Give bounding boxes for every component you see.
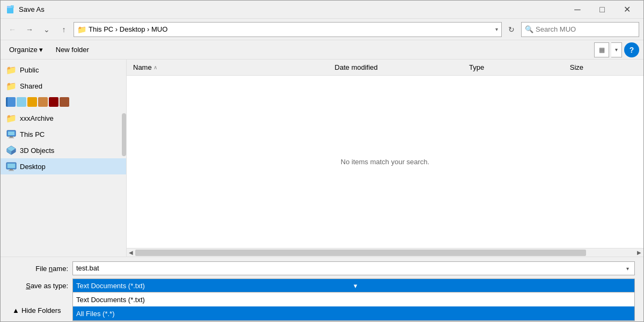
back-button[interactable]: ←: [5, 22, 20, 37]
svg-rect-14: [10, 169, 13, 170]
hide-folders-button[interactable]: ▲ Hide Folders: [9, 304, 64, 317]
title-bar: Save As ─ □ ✕: [1, 1, 643, 19]
svg-rect-6: [10, 136, 13, 137]
desktop-icon: [6, 161, 17, 172]
column-type[interactable]: Type: [469, 63, 570, 71]
refresh-button[interactable]: ↻: [504, 22, 519, 37]
save-type-selected-label: Text Documents (*.txt): [76, 282, 354, 290]
scroll-right-arrow[interactable]: ▶: [635, 248, 643, 257]
this-pc-icon: [6, 129, 17, 140]
column-name[interactable]: Name ∧: [133, 63, 335, 71]
nav-toolbar: ← → ⌄ ↑ 📁 This PC › Desktop › MUO ▾ ↻ 🔍: [1, 19, 643, 40]
search-bar: 🔍: [521, 22, 639, 37]
save-as-type-row: Save as type: Text Documents (*.txt) ▾ T…: [9, 279, 635, 292]
new-folder-button[interactable]: New folder: [52, 44, 93, 55]
color-swatch-lightblue: [17, 97, 26, 107]
file-list: No items match your search.: [127, 76, 643, 248]
bottom-section: File name: test.bat ▾ Save as type: Text…: [1, 257, 643, 300]
hide-folders-label: Hide Folders: [21, 306, 61, 314]
close-button[interactable]: ✕: [614, 1, 639, 19]
scroll-left-arrow[interactable]: ◀: [127, 248, 135, 257]
3d-objects-icon: [6, 145, 17, 156]
horizontal-scrollbar[interactable]: ◀ ▶: [127, 248, 643, 257]
save-as-dialog: Save As ─ □ ✕ ← → ⌄ ↑ 📁 This PC › Deskto…: [0, 0, 644, 322]
empty-message: No items match your search.: [341, 158, 429, 166]
color-swatch-blue: [6, 97, 16, 107]
file-name-row: File name: test.bat ▾: [9, 261, 635, 275]
sidebar-item-label-this-pc: This PC: [20, 130, 45, 138]
public-folder-icon: 📁: [6, 64, 17, 75]
search-input[interactable]: [536, 25, 635, 33]
view-dropdown-button[interactable]: ▾: [611, 42, 622, 57]
breadcrumb-dropdown-arrow[interactable]: ▾: [495, 26, 498, 32]
help-button[interactable]: ?: [624, 42, 639, 57]
maximize-button[interactable]: □: [590, 1, 614, 19]
sidebar-item-label-desktop: Desktop: [20, 163, 46, 171]
sidebar-item-xxxarchive[interactable]: 📁 xxxArchive: [1, 110, 126, 126]
scroll-track[interactable]: [135, 248, 635, 257]
svg-rect-5: [8, 131, 14, 135]
save-type-selected[interactable]: Text Documents (*.txt) ▾: [72, 279, 635, 292]
dialog-icon: [5, 4, 16, 15]
action-toolbar: Organize ▾ New folder ▦ ▾ ?: [1, 40, 643, 60]
file-name-label: File name:: [9, 265, 68, 273]
file-name-input[interactable]: test.bat ▾: [72, 261, 635, 275]
color-swatch-darkred: [49, 97, 58, 107]
dropdown-option-all[interactable]: All Files (*.*): [73, 306, 634, 320]
color-swatch-brown: [38, 97, 48, 107]
sidebar-item-shared[interactable]: 📁 Shared: [1, 78, 126, 94]
svg-rect-1: [7, 6, 11, 8]
filename-dropdown-arrow[interactable]: ▾: [624, 266, 631, 272]
scroll-thumb[interactable]: [135, 250, 586, 256]
sidebar-item-desktop[interactable]: Desktop: [1, 158, 126, 174]
sidebar-item-label-3d-objects: 3D Objects: [20, 147, 54, 155]
sidebar-scrollbar[interactable]: [122, 113, 126, 156]
sidebar-item-this-pc[interactable]: This PC: [1, 126, 126, 142]
organize-label: Organize: [9, 46, 38, 54]
breadcrumb-folder-icon: 📁: [77, 25, 86, 34]
hide-folders-arrow: ▲: [12, 306, 19, 314]
name-sort-arrow: ∧: [153, 64, 157, 70]
svg-rect-13: [8, 164, 15, 168]
dialog-title: Save As: [19, 5, 565, 13]
color-swatch-sienna: [60, 97, 69, 107]
search-icon: 🔍: [525, 25, 533, 33]
forward-button[interactable]: →: [22, 22, 37, 37]
footer-left: ▲ Hide Folders: [9, 304, 64, 317]
view-dropdown-arrow: ▾: [615, 47, 618, 53]
view-icon: ▦: [599, 46, 605, 54]
svg-rect-15: [9, 170, 14, 171]
sidebar-item-public[interactable]: 📁 Public: [1, 62, 126, 78]
sidebar: 📁 Public 📁 Shared 📁 xxxArchive: [1, 60, 127, 257]
sidebar-item-3d-objects[interactable]: 3D Objects: [1, 142, 126, 158]
color-swatch-orange: [27, 97, 37, 107]
up-button[interactable]: ↑: [56, 22, 71, 37]
column-size[interactable]: Size: [570, 63, 637, 71]
sidebar-item-colorbar[interactable]: [1, 94, 126, 110]
view-button[interactable]: ▦: [594, 42, 609, 57]
save-type-wrapper: Text Documents (*.txt) ▾ Text Documents …: [72, 279, 635, 292]
sidebar-item-label-shared: Shared: [20, 82, 42, 90]
main-area: 📁 Public 📁 Shared 📁 xxxArchive: [1, 60, 643, 257]
title-bar-controls: ─ □ ✕: [565, 1, 639, 19]
save-type-dropdown-arrow: ▾: [354, 282, 631, 290]
xxxarchive-folder-icon: 📁: [6, 113, 17, 123]
dropdown-option-txt[interactable]: Text Documents (*.txt): [73, 292, 634, 306]
file-name-value: test.bat: [76, 261, 624, 275]
save-as-type-label: Save as type:: [9, 282, 68, 290]
column-headers: Name ∧ Date modified Type Size: [127, 60, 643, 76]
save-type-dropdown: Text Documents (*.txt) All Files (*.*): [72, 292, 635, 321]
toolbar-right: ▦ ▾ ?: [594, 42, 639, 57]
dropdown-button[interactable]: ⌄: [39, 22, 54, 37]
organize-arrow: ▾: [39, 46, 43, 54]
organize-button[interactable]: Organize ▾: [5, 44, 47, 55]
breadcrumb-path: This PC › Desktop › MUO: [89, 25, 493, 33]
minimize-button[interactable]: ─: [565, 1, 590, 19]
column-date-modified[interactable]: Date modified: [335, 63, 469, 71]
shared-folder-icon: 📁: [6, 80, 17, 91]
svg-rect-7: [9, 137, 14, 138]
sidebar-item-label-xxxarchive: xxxArchive: [20, 114, 54, 122]
sidebar-item-label-public: Public: [20, 66, 39, 74]
address-bar[interactable]: 📁 This PC › Desktop › MUO ▾: [74, 22, 502, 37]
content-area: Name ∧ Date modified Type Size No items …: [127, 60, 643, 257]
